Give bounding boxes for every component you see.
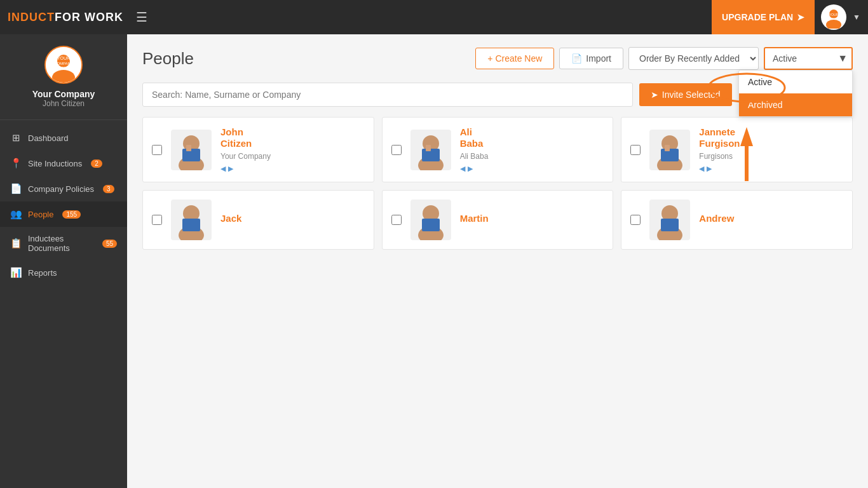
person-arrow-icons: ◀ ▶ [460, 165, 604, 173]
svg-rect-20 [426, 145, 431, 151]
dropdown-item-archived[interactable]: Archived [739, 93, 852, 116]
svg-rect-33 [422, 219, 440, 231]
sidebar-company-name: Your Company [32, 89, 95, 99]
sidebar-user-name: John Citizen [43, 99, 85, 108]
upgrade-arrow-icon: ➤ [797, 12, 804, 22]
sidebar-item-site-inductions[interactable]: 📍 Site Inductions 2 [0, 151, 127, 176]
person-checkbox[interactable] [152, 145, 162, 155]
person-card[interactable]: Jack [142, 190, 374, 250]
person-info: JanneteFurgison Furgisons ◀ ▶ [699, 126, 843, 173]
import-label: Import [586, 53, 611, 64]
invite-selected-button[interactable]: ➤ Invite Selected [639, 83, 732, 106]
svg-text:YOUR: YOUR [829, 13, 839, 17]
person-checkbox[interactable] [630, 215, 641, 225]
hamburger-icon[interactable]: ☰ [136, 10, 147, 25]
people-grid: JohnCitizen Your Company ◀ ▶ [142, 117, 853, 250]
reports-icon: 📊 [10, 267, 22, 278]
status-select-wrapper: Active Archived ▼ Active Archived [764, 47, 853, 70]
person-info: AliBaba Ali Baba ◀ ▶ [460, 126, 604, 173]
create-new-button[interactable]: + Create New [475, 48, 554, 69]
person-avatar [171, 200, 212, 240]
svg-rect-15 [186, 145, 191, 151]
person-name: Andrew [699, 213, 843, 224]
dropdown-item-active[interactable]: Active [739, 71, 852, 93]
company-chevron-icon[interactable]: ▼ [853, 13, 860, 22]
search-input[interactable] [142, 83, 633, 107]
sidebar: YOUR COMPANY YOUR SLOGAN Your Company Jo… [0, 34, 127, 488]
svg-rect-29 [182, 219, 200, 231]
upgrade-label: UPGRADE PLAN [722, 12, 793, 22]
person-card[interactable]: JanneteFurgison Furgisons ◀ ▶ [621, 117, 853, 182]
company-logo-top: YOUR COMPANY [821, 4, 846, 30]
person-name: AliBaba [460, 126, 604, 149]
order-by-select[interactable]: Order By Recently Added Order By Name [628, 47, 759, 70]
sidebar-item-label: People [28, 210, 53, 219]
person-avatar [649, 130, 690, 170]
person-checkbox[interactable] [391, 215, 402, 225]
person-avatar [649, 200, 690, 240]
person-info: Andrew [699, 213, 843, 227]
top-nav: INDUCTFOR WORK ☰ UPGRADE PLAN ➤ YOUR COM… [0, 0, 868, 34]
left-arrow-icon: ◀ [460, 165, 465, 173]
main-content: People + Create New 📄 Import Order By Re… [127, 34, 868, 488]
person-avatar [410, 200, 451, 240]
person-arrow-icons: ◀ ▶ [220, 165, 365, 173]
person-checkbox[interactable] [152, 215, 162, 225]
invite-plane-icon: ➤ [651, 90, 658, 100]
logo-part2: FOR WORK [55, 11, 123, 24]
header-actions: + Create New 📄 Import Order By Recently … [475, 47, 853, 70]
sidebar-company-logo: YOUR COMPANY YOUR SLOGAN [44, 46, 83, 84]
inductees-docs-icon: 📋 [10, 238, 22, 249]
status-select[interactable]: Active Archived [764, 47, 853, 70]
person-checkbox[interactable] [630, 145, 641, 155]
svg-text:COMPANY: COMPANY [827, 17, 840, 20]
right-arrow-icon: ▶ [228, 165, 233, 173]
create-new-label: + Create New [487, 53, 542, 64]
person-card[interactable]: AliBaba Ali Baba ◀ ▶ [382, 117, 614, 182]
person-card[interactable]: Andrew [621, 190, 853, 250]
sidebar-item-label: Dashboard [28, 133, 69, 143]
app-logo: INDUCTFOR WORK [8, 11, 123, 24]
sidebar-profile: YOUR COMPANY YOUR SLOGAN Your Company Jo… [0, 34, 127, 120]
sidebar-item-label: Site Inductions [28, 159, 82, 168]
right-arrow-icon: ▶ [468, 165, 473, 173]
person-avatar [410, 130, 451, 170]
person-arrow-icons: ◀ ▶ [699, 165, 843, 173]
site-inductions-badge: 2 [91, 159, 102, 168]
people-icon: 👥 [10, 208, 22, 220]
sidebar-item-inductees-documents[interactable]: 📋 Inductees Documents 55 [0, 227, 127, 260]
svg-rect-25 [665, 145, 670, 151]
upgrade-plan-button[interactable]: UPGRADE PLAN ➤ [712, 0, 815, 34]
svg-text:YOUR: YOUR [57, 56, 70, 60]
person-checkbox[interactable] [391, 145, 402, 155]
dashboard-icon: ⊞ [10, 132, 22, 144]
person-card[interactable]: JohnCitizen Your Company ◀ ▶ [142, 117, 374, 182]
person-card[interactable]: Martin [382, 190, 614, 250]
sidebar-item-company-policies[interactable]: 📄 Company Policies 3 [0, 176, 127, 201]
person-info: JohnCitizen Your Company ◀ ▶ [220, 126, 365, 173]
status-dropdown-menu: Active Archived [738, 70, 853, 117]
person-info: Martin [460, 213, 604, 227]
page-header: People + Create New 📄 Import Order By Re… [142, 47, 853, 70]
company-policies-icon: 📄 [10, 183, 22, 194]
svg-rect-37 [661, 219, 679, 231]
import-button[interactable]: 📄 Import [559, 48, 623, 69]
inductees-docs-badge: 55 [102, 240, 117, 248]
person-name: Martin [460, 213, 604, 224]
person-company: Ali Baba [460, 152, 604, 161]
svg-text:COMPANY: COMPANY [54, 62, 73, 65]
left-arrow-icon: ◀ [699, 165, 704, 173]
sidebar-item-reports[interactable]: 📊 Reports [0, 260, 127, 285]
person-company: Your Company [220, 152, 365, 161]
import-file-icon: 📄 [571, 53, 582, 64]
person-company: Furgisons [699, 152, 843, 161]
sidebar-item-label: Inductees Documents [28, 234, 93, 253]
logo-part1: INDUCT [8, 11, 55, 24]
person-name: Jack [220, 213, 365, 224]
sidebar-item-dashboard[interactable]: ⊞ Dashboard [0, 125, 127, 151]
top-nav-right: UPGRADE PLAN ➤ YOUR COMPANY ▼ [712, 0, 860, 34]
right-arrow-icon: ▶ [707, 165, 712, 173]
sidebar-item-people[interactable]: 👥 People 155 [0, 201, 127, 227]
invite-selected-label: Invite Selected [662, 90, 721, 100]
person-info: Jack [220, 213, 365, 227]
